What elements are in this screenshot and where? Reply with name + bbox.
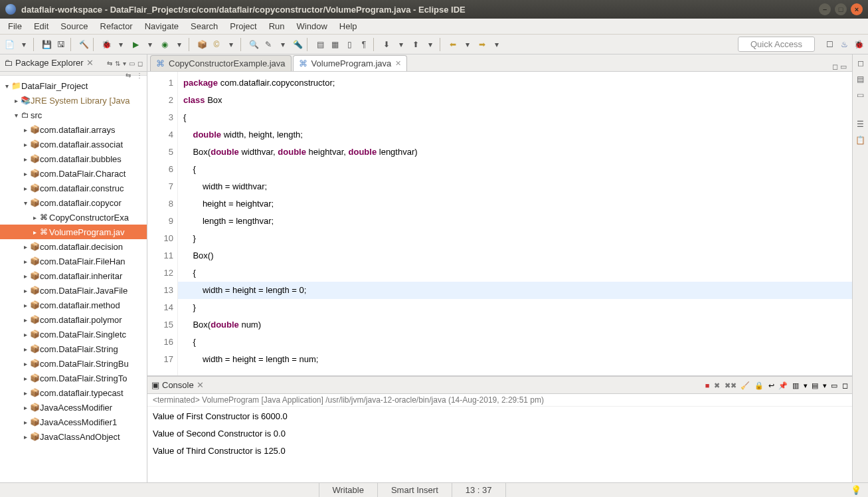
next-annotation-button[interactable]: ⬇ bbox=[380, 38, 393, 51]
maximize-console-icon[interactable]: ◻ bbox=[842, 381, 848, 389]
block-selection-button[interactable]: ▯ bbox=[343, 38, 356, 51]
tree-item[interactable]: ▸📦com.DataFlair.StringTo bbox=[0, 371, 147, 385]
tab-copyconstructorexample[interactable]: ⌘CopyConstructorExample.java bbox=[150, 55, 292, 71]
menu-run[interactable]: Run bbox=[264, 20, 290, 33]
forward-button[interactable]: ➡ bbox=[476, 38, 489, 51]
project-tree[interactable]: ▾📁DataFlair_Project▸📚JRE System Library … bbox=[0, 76, 147, 482]
tree-item[interactable]: ▸📦com.dataflair.associat bbox=[0, 137, 147, 151]
link-editor-icon[interactable]: ⇅ bbox=[115, 60, 120, 67]
menu-window[interactable]: Window bbox=[292, 20, 333, 33]
task-button[interactable]: ✎ bbox=[262, 38, 275, 51]
tree-item[interactable]: ▸📦com.dataflair.decision bbox=[0, 239, 147, 254]
tree-item[interactable]: ▸📦JavaAcessModifier1 bbox=[0, 415, 147, 429]
java-perspective-button[interactable]: ♨ bbox=[837, 38, 851, 51]
collapse-all-icon[interactable]: ⇆ bbox=[107, 60, 112, 67]
menu-bar: FileEditSourceRefactorNavigateSearchProj… bbox=[0, 19, 868, 35]
new-package-button[interactable]: 📦 bbox=[195, 38, 209, 51]
clear-console-icon[interactable]: 🧹 bbox=[740, 381, 750, 389]
tree-item[interactable]: ▸📦com.dataflair.inheritar bbox=[0, 268, 147, 283]
save-all-button[interactable]: 🖫 bbox=[54, 38, 68, 51]
tree-item[interactable]: ▸📦com.dataflair.polymor bbox=[0, 312, 147, 327]
scroll-lock-icon[interactable]: 🔒 bbox=[754, 381, 764, 389]
prev-annotation-button[interactable]: ⬆ bbox=[409, 38, 422, 51]
tree-item[interactable]: ▸⌘VolumeProgram.jav bbox=[0, 225, 147, 239]
open-console-icon[interactable]: ▤ bbox=[812, 381, 818, 389]
tree-item[interactable]: ▸📦com.DataFlair.JavaFile bbox=[0, 283, 147, 298]
tree-item[interactable]: ▸📦com.DataFlair.Singletc bbox=[0, 327, 147, 342]
maximize-button[interactable]: □ bbox=[835, 3, 847, 15]
save-button[interactable]: 💾 bbox=[40, 38, 53, 51]
restore-icon[interactable]: ◻ bbox=[857, 58, 864, 68]
search-button[interactable]: 🔦 bbox=[291, 38, 304, 51]
eclipse-icon bbox=[5, 4, 16, 15]
console-output[interactable]: Value of First Constructor is 6000.0Valu… bbox=[147, 407, 852, 482]
tree-item[interactable]: ▸📦com.DataFlair.FileHan bbox=[0, 254, 147, 268]
new-class-button[interactable]: © bbox=[210, 38, 223, 51]
tree-item[interactable]: ▸📦JavaClassAndObject bbox=[0, 429, 147, 444]
new-button[interactable]: 📄 bbox=[3, 38, 16, 51]
tip-icon[interactable]: 💡 bbox=[851, 485, 868, 495]
minimize-button[interactable]: – bbox=[819, 3, 831, 15]
back-button[interactable]: ⬅ bbox=[446, 38, 460, 51]
minimize-console-icon[interactable]: ▭ bbox=[831, 381, 837, 389]
tree-item[interactable]: ▾🗀src bbox=[0, 108, 147, 122]
tree-item[interactable]: ▸📦com.dataflair.bubbles bbox=[0, 151, 147, 166]
console-icon: ▣ bbox=[151, 380, 159, 390]
menu-project[interactable]: Project bbox=[224, 20, 262, 33]
close-tab-icon[interactable]: ✕ bbox=[395, 59, 401, 68]
minimize-view-icon[interactable]: ▭ bbox=[129, 60, 135, 67]
quick-access-input[interactable]: Quick Access bbox=[738, 37, 815, 52]
menu-source[interactable]: Source bbox=[55, 20, 93, 33]
debug-button[interactable]: 🐞 bbox=[100, 38, 113, 51]
tree-item[interactable]: ▸📦JavaAcessModifier bbox=[0, 400, 147, 415]
main-toolbar: 📄▾ 💾 🖫 🔨 🐞▾ ▶▾ ◉▾ 📦 ©▾ 🔍 ✎▾ 🔦 ▤ ▦ ▯ ¶ ⬇▾… bbox=[0, 35, 868, 54]
run-button[interactable]: ▶ bbox=[129, 38, 142, 51]
display-console-icon[interactable]: ▥ bbox=[792, 381, 799, 389]
tree-item[interactable]: ▸📚JRE System Library [Java bbox=[0, 93, 147, 108]
package-explorer-title: Package Explorer bbox=[15, 58, 84, 68]
remove-all-icon[interactable]: ✖✖ bbox=[725, 381, 737, 389]
remove-launch-icon[interactable]: ✖ bbox=[714, 381, 720, 389]
coverage-button[interactable]: ◉ bbox=[158, 38, 171, 51]
outline-icon-2[interactable]: 📋 bbox=[855, 136, 865, 145]
tree-item[interactable]: ▸📦com.DataFlair.Charact bbox=[0, 166, 147, 181]
open-perspective-button[interactable]: ☐ bbox=[823, 38, 836, 51]
tree-item[interactable]: ▸📦com.dataflair.arrays bbox=[0, 122, 147, 137]
status-insert-mode: Smart Insert bbox=[377, 483, 452, 497]
minimize-icon-2[interactable]: ▭ bbox=[857, 90, 864, 100]
menu-refactor[interactable]: Refactor bbox=[95, 20, 138, 33]
build-button[interactable]: 🔨 bbox=[77, 38, 90, 51]
menu-navigate[interactable]: Navigate bbox=[139, 20, 184, 33]
right-trim: ◻ ▤ ▭ ☰ 📋 bbox=[852, 54, 868, 482]
tree-item[interactable]: ▸📦com.dataflair.method bbox=[0, 298, 147, 312]
menu-help[interactable]: Help bbox=[334, 20, 363, 33]
editor-maximize-icon[interactable]: ◻ ▭ bbox=[827, 62, 852, 71]
tree-item[interactable]: ▸📦com.dataflair.construc bbox=[0, 181, 147, 195]
mark-occurrences-button[interactable]: ▦ bbox=[328, 38, 341, 51]
pin-console-icon[interactable]: 📌 bbox=[778, 381, 788, 389]
tree-item[interactable]: ▸📦com.DataFlair.String bbox=[0, 342, 147, 356]
tasks-icon[interactable]: ☰ bbox=[857, 120, 864, 129]
tree-item[interactable]: ▾📁DataFlair_Project bbox=[0, 78, 147, 93]
toggle-breadcrumb-button[interactable]: ▤ bbox=[313, 38, 327, 51]
view-menu-icon[interactable]: ▾ bbox=[123, 60, 126, 67]
tree-item[interactable]: ▸📦com.dataflair.typecast bbox=[0, 385, 147, 400]
tree-item[interactable]: ▾📦com.dataflair.copycor bbox=[0, 195, 147, 210]
terminate-icon[interactable]: ■ bbox=[705, 381, 710, 389]
menu-search[interactable]: Search bbox=[185, 20, 223, 33]
open-type-button[interactable]: 🔍 bbox=[247, 38, 260, 51]
word-wrap-icon[interactable]: ↩ bbox=[768, 381, 774, 389]
menu-edit[interactable]: Edit bbox=[29, 20, 54, 33]
code-editor[interactable]: 1234567891011121314151617 package com.da… bbox=[147, 72, 852, 376]
console-launch-info: <terminated> VolumeProgram [Java Applica… bbox=[147, 394, 852, 407]
tree-item[interactable]: ▸⌘CopyConstructorExa bbox=[0, 210, 147, 225]
tree-item[interactable]: ▸📦com.DataFlair.StringBu bbox=[0, 356, 147, 371]
maximize-view-icon[interactable]: ◻ bbox=[137, 60, 143, 67]
menu-file[interactable]: File bbox=[3, 20, 27, 33]
close-button[interactable]: × bbox=[851, 3, 863, 15]
tab-volumeprogram[interactable]: ⌘VolumeProgram.java✕ bbox=[293, 55, 408, 71]
console-title: Console bbox=[162, 380, 194, 390]
debug-perspective-button[interactable]: 🐞 bbox=[852, 38, 865, 51]
whitespace-button[interactable]: ¶ bbox=[357, 38, 371, 51]
outline-icon[interactable]: ▤ bbox=[857, 74, 864, 84]
